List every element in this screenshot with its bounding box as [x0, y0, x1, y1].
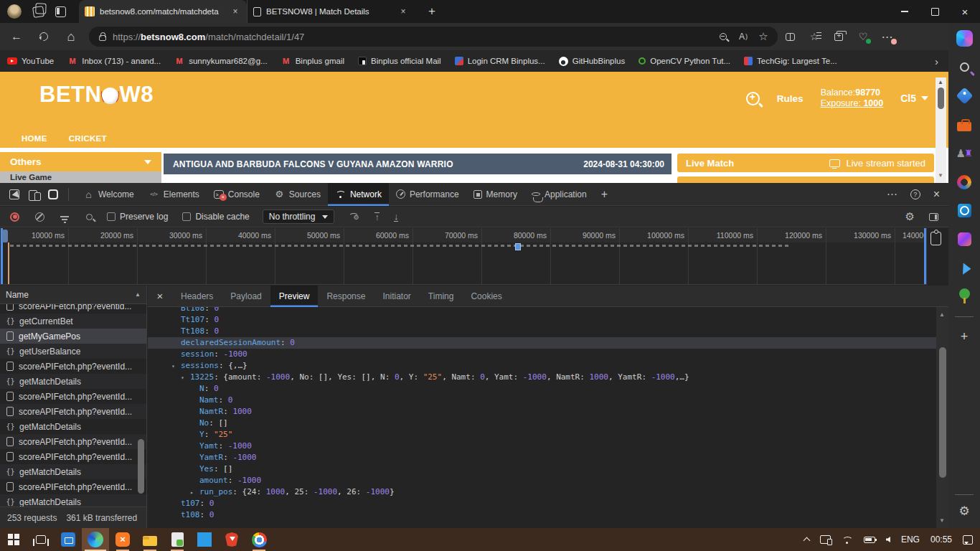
sidebar-item-search[interactable]	[953, 55, 976, 79]
taskbar-app-xampp[interactable]	[109, 528, 136, 551]
json-tree-row[interactable]: No: []	[148, 418, 936, 429]
json-tree-row[interactable]: Y: "25"	[148, 429, 936, 441]
zoom-in-icon[interactable]	[746, 92, 760, 105]
devtools-tab-console[interactable]: Console	[207, 183, 267, 206]
scroll-thumb[interactable]	[939, 347, 946, 478]
help-icon[interactable]	[910, 189, 920, 199]
tab-payload[interactable]: Payload	[222, 286, 270, 307]
favorite-star-icon[interactable]	[753, 27, 773, 47]
scroll-up-icon[interactable]	[939, 311, 945, 318]
tab-actions-icon[interactable]	[55, 6, 66, 17]
sidebar-item-shopping[interactable]	[953, 84, 976, 108]
devtools-tab-performance[interactable]: Performance	[389, 183, 466, 206]
json-tree-row[interactable]: Namt: 0	[148, 395, 936, 406]
devtools-tab-memory[interactable]: Memory	[466, 183, 524, 206]
battery-icon[interactable]	[864, 537, 875, 543]
tab-initiator[interactable]: Initiator	[374, 286, 419, 307]
request-row[interactable]: getMatchDetails	[0, 464, 146, 479]
devtools-tab-sources[interactable]: Sources	[267, 183, 328, 206]
home-icon[interactable]	[60, 26, 82, 47]
json-tree-row[interactable]: t108: 0	[148, 509, 936, 521]
tree-expand-icon[interactable]	[171, 361, 181, 372]
clipboard-icon[interactable]	[930, 232, 941, 245]
zoom-out-icon[interactable]	[713, 27, 733, 47]
tab-preview[interactable]: Preview	[270, 286, 319, 307]
network-settings-icon[interactable]	[905, 210, 915, 223]
inspect-element-icon[interactable]	[9, 189, 19, 199]
json-tree-row[interactable]: YamtR: -1000	[148, 452, 936, 463]
favorites-icon[interactable]	[802, 26, 826, 47]
detail-close-icon[interactable]	[148, 290, 172, 302]
bookmarks-overflow-icon[interactable]	[935, 55, 938, 67]
devtools-tab-network[interactable]: Network	[328, 183, 389, 206]
json-tree-row[interactable]: 13225: {amount: -1000, No: [], Yes: [], …	[148, 372, 936, 383]
settings-more-icon[interactable]	[875, 26, 900, 47]
tree-expand-icon[interactable]	[190, 487, 199, 499]
split-screen-icon[interactable]	[778, 26, 802, 47]
request-row[interactable]: scoreAPIFetch.php?eventId...	[0, 359, 146, 374]
nav-item-home[interactable]: HOME	[22, 134, 47, 143]
bookmark-item[interactable]: GitHubBinplus	[559, 57, 626, 66]
maximize-button[interactable]	[920, 0, 950, 23]
preview-scrollbar[interactable]	[936, 307, 948, 528]
workspaces-icon[interactable]	[32, 6, 44, 18]
disable-cache-option[interactable]: Disable cache	[182, 212, 249, 222]
json-tree-row[interactable]: declaredSessionAmount: 0	[148, 337, 936, 349]
language-indicator[interactable]: ENG	[901, 534, 920, 545]
more-tabs-icon[interactable]	[594, 188, 615, 201]
minimize-button[interactable]	[890, 0, 920, 23]
clock[interactable]: 00:55	[930, 534, 952, 545]
back-icon[interactable]	[6, 26, 27, 47]
timeline-handle[interactable]	[2, 230, 8, 242]
scroll-down-icon[interactable]	[939, 517, 945, 524]
bookmark-item[interactable]: Binplus gmail	[281, 56, 344, 66]
read-aloud-icon[interactable]	[733, 27, 753, 47]
profile-avatar[interactable]	[7, 4, 22, 19]
record-icon[interactable]	[10, 212, 19, 222]
taskbar-app-explorer[interactable]	[136, 528, 164, 551]
scroll-up-icon[interactable]	[938, 79, 943, 85]
search-icon[interactable]	[86, 214, 93, 220]
scroll-thumb[interactable]	[138, 439, 144, 494]
request-row[interactable]: scoreAPIFetch.php?eventId...	[0, 449, 146, 464]
taskbar-app-brave[interactable]	[218, 528, 245, 551]
new-tab-button[interactable]	[425, 4, 439, 19]
browser-tab[interactable]: BETSNOW8 | Match Details	[247, 0, 415, 23]
json-tree-row[interactable]: Bt108: 0	[148, 307, 936, 314]
tree-expand-icon[interactable]	[181, 372, 190, 384]
sidebar-item-drop[interactable]	[953, 256, 976, 280]
bookmark-item[interactable]: YouTube	[7, 57, 54, 65]
devtools-tab-application[interactable]: Application	[524, 183, 594, 206]
nav-item-cricket[interactable]: CRICKET	[69, 134, 107, 143]
bookmark-item[interactable]: OpenCV Python Tut...	[639, 57, 730, 65]
tab-close-icon[interactable]	[230, 6, 241, 17]
scroll-thumb[interactable]	[938, 88, 944, 109]
request-row[interactable]: getCurrentBet	[0, 314, 146, 329]
json-tree-row[interactable]: t107: 0	[148, 498, 936, 509]
sidebar-item-games[interactable]	[953, 141, 976, 165]
focus-mode-icon[interactable]	[48, 189, 58, 199]
import-har-icon[interactable]	[374, 212, 380, 221]
network-conditions-icon[interactable]	[349, 213, 359, 221]
json-tree-row[interactable]: N: 0	[148, 383, 936, 395]
taskbar-app-start[interactable]	[0, 528, 27, 551]
page-scrollbar[interactable]	[936, 77, 946, 183]
exposure-line[interactable]: Exposure: 1000	[821, 98, 884, 109]
preserve-log-checkbox[interactable]	[107, 212, 116, 221]
sidebar-item-m365[interactable]	[953, 170, 976, 194]
sidebar-item-copilot[interactable]	[953, 27, 976, 50]
browser-essentials-icon[interactable]	[851, 26, 875, 47]
json-tree-row[interactable]: NamtR: 1000	[148, 406, 936, 418]
json-tree-row[interactable]: amount: -1000	[148, 475, 936, 486]
json-tree-row[interactable]: run_pos: {24: 1000, 25: -1000, 26: -1000…	[148, 486, 936, 498]
taskbar-app-chrome[interactable]	[245, 528, 273, 551]
address-bar[interactable]: https://betsnow8.com/match/matchdetail/1…	[89, 27, 778, 47]
devtools-tab-welcome[interactable]: Welcome	[76, 183, 141, 206]
action-center-icon[interactable]	[963, 535, 973, 545]
sidebar-item-designer[interactable]	[953, 227, 976, 251]
json-tree-row[interactable]: session: -1000	[148, 349, 936, 360]
scroll-down-icon[interactable]	[938, 172, 943, 179]
tab-timing[interactable]: Timing	[420, 286, 463, 307]
tab-close-icon[interactable]	[397, 6, 409, 17]
requests-header[interactable]: Name	[0, 286, 146, 304]
